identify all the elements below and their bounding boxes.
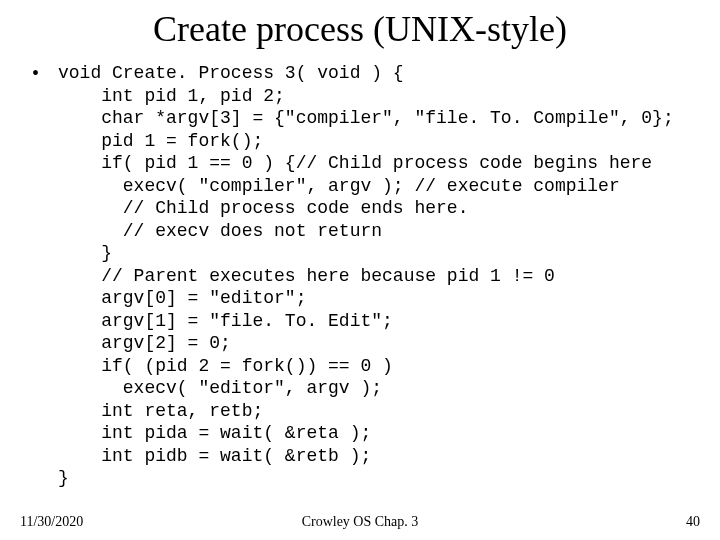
code-block: void Create. Process 3( void ) { int pid… — [58, 62, 674, 490]
footer-center: Crowley OS Chap. 3 — [0, 514, 720, 530]
slide-title: Create process (UNIX-style) — [0, 8, 720, 50]
bullet-marker: • — [32, 62, 58, 84]
bullet-row: • void Create. Process 3( void ) { int p… — [32, 62, 700, 490]
slide: Create process (UNIX-style) • void Creat… — [0, 0, 720, 540]
footer-page-number: 40 — [686, 514, 700, 530]
slide-body: • void Create. Process 3( void ) { int p… — [32, 62, 700, 490]
